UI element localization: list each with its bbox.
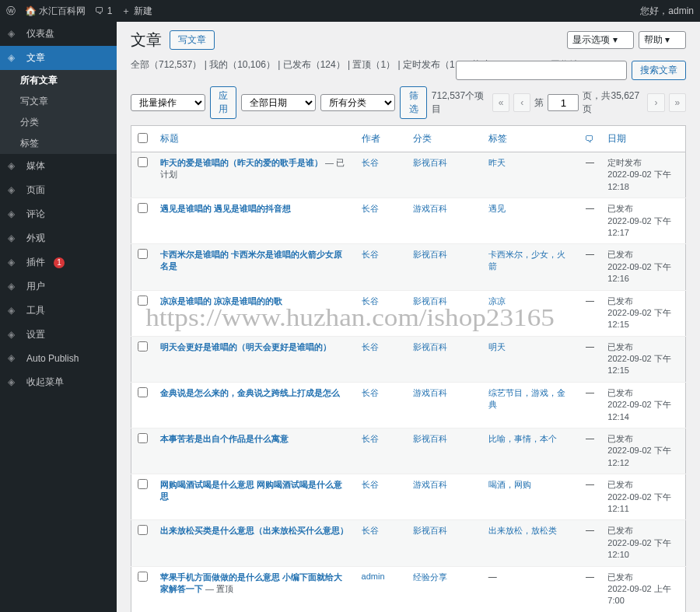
comments-link[interactable]: 🗨 1 (95, 5, 112, 16)
tag-link[interactable]: 比喻，事情，本个 (488, 434, 557, 443)
menu-pages[interactable]: ◈页面 (0, 178, 117, 202)
category-link[interactable]: 影视百科 (413, 296, 447, 306)
col-title[interactable]: 标题 (154, 126, 355, 152)
tag-link[interactable]: 喝酒，网购 (488, 480, 531, 489)
row-checkbox[interactable] (138, 387, 148, 397)
menu-autopublish[interactable]: ◈Auto Publish (0, 347, 117, 370)
tag-link[interactable]: 卡西米尔，少女，火箭 (488, 250, 565, 271)
col-comments[interactable]: 🗨 (579, 126, 602, 152)
menu-users[interactable]: ◈用户 (0, 275, 117, 299)
menu-dashboard[interactable]: ◈仪表盘 (0, 22, 117, 46)
menu-collapse[interactable]: ◈收起菜单 (0, 370, 117, 394)
last-page[interactable]: » (669, 93, 686, 112)
row-checkbox[interactable] (138, 157, 148, 167)
row-checkbox[interactable] (138, 479, 148, 489)
category-filter[interactable]: 所有分类 (320, 94, 395, 111)
post-title-link[interactable]: 明天会更好是谁唱的（明天会更好是谁唱的） (160, 342, 331, 351)
col-tags[interactable]: 标签 (482, 126, 579, 152)
filter-button[interactable]: 筛选 (400, 86, 426, 119)
select-all[interactable] (138, 133, 148, 143)
author-link[interactable]: 长谷 (362, 158, 379, 167)
row-checkbox[interactable] (138, 433, 148, 443)
search-input[interactable] (456, 61, 627, 80)
author-link[interactable]: 长谷 (362, 296, 379, 306)
category-link[interactable]: 影视百科 (413, 342, 447, 351)
tag-link[interactable]: 昨天 (488, 158, 506, 167)
menu-tools[interactable]: ◈工具 (0, 299, 117, 323)
row-checkbox[interactable] (138, 203, 148, 213)
author-link[interactable]: 长谷 (362, 480, 379, 489)
post-title-link[interactable]: 凉凉是谁唱的 凉凉是谁唱的的歌 (160, 296, 282, 306)
post-title-link[interactable]: 昨天的爱是谁唱的（昨天的爱的歌手是谁） (160, 158, 323, 167)
menu-comments[interactable]: ◈评论 (0, 202, 117, 226)
apply-button[interactable]: 应用 (210, 86, 236, 119)
table-row: 苹果手机方面做做的是什么意思 小编下面就给大家解答一下 — 置顶admin经验分… (131, 566, 686, 612)
post-title-link[interactable]: 苹果手机方面做做的是什么意思 小编下面就给大家解答一下 (160, 572, 342, 593)
category-link[interactable]: 影视百科 (413, 526, 447, 535)
post-title-link[interactable]: 本事苦若是出自个作品是什么寓意 (160, 434, 289, 443)
wp-logo[interactable]: ⓦ (6, 5, 16, 18)
new-content[interactable]: ＋ 新建 (121, 5, 152, 18)
menu-posts[interactable]: ◈文章 (0, 46, 117, 70)
tag-link[interactable]: 出来放松，放松类 (488, 526, 557, 535)
help-tab[interactable]: 帮助 ▾ (639, 31, 686, 49)
search-button[interactable]: 搜索文章 (632, 61, 686, 80)
category-link[interactable]: 游戏百科 (413, 388, 447, 397)
tag-link[interactable]: 明天 (488, 342, 506, 351)
submenu-item[interactable]: 分类 (0, 112, 117, 133)
admin-sidebar: ◈仪表盘◈文章所有文章写文章分类标签◈媒体◈页面◈评论◈外观◈插件1◈用户◈工具… (0, 22, 117, 612)
col-author[interactable]: 作者 (355, 126, 407, 152)
date-cell: 已发布2022-09-02 上午7:00 (601, 566, 685, 612)
row-checkbox[interactable] (138, 525, 148, 535)
current-page-input[interactable] (548, 94, 579, 111)
site-link[interactable]: 🏠 水汇百科网 (25, 5, 86, 18)
author-link[interactable]: 长谷 (362, 388, 379, 397)
autopublish-icon: ◈ (8, 352, 20, 365)
category-link[interactable]: 游戏百科 (413, 204, 447, 213)
first-page[interactable]: « (492, 93, 509, 112)
menu-appearance[interactable]: ◈外观 (0, 226, 117, 250)
category-link[interactable]: 游戏百科 (413, 480, 447, 489)
post-title-link[interactable]: 卡西米尔是谁唱的 卡西米尔是谁唱的火箭少女原名是 (160, 250, 342, 271)
menu-settings[interactable]: ◈设置 (0, 323, 117, 347)
row-checkbox[interactable] (138, 572, 148, 582)
post-title-link[interactable]: 出来放松买类是什么意思（出来放松买什么意思） (160, 526, 348, 535)
author-link[interactable]: 长谷 (362, 250, 379, 259)
bulk-action-select[interactable]: 批量操作 (131, 94, 205, 111)
author-link[interactable]: 长谷 (362, 204, 379, 213)
row-checkbox[interactable] (138, 341, 148, 351)
row-checkbox[interactable] (138, 296, 148, 306)
tag-link[interactable]: 凉凉 (488, 296, 506, 306)
prev-page[interactable]: ‹ (513, 93, 530, 112)
menu-media[interactable]: ◈媒体 (0, 154, 117, 178)
tag-link[interactable]: 综艺节目，游戏，金典 (488, 388, 565, 409)
submenu-item[interactable]: 写文章 (0, 91, 117, 112)
col-date[interactable]: 日期 (601, 126, 685, 152)
category-link[interactable]: 经验分享 (413, 572, 447, 582)
row-checkbox[interactable] (138, 249, 148, 259)
author-link[interactable]: 长谷 (362, 526, 379, 535)
category-link[interactable]: 影视百科 (413, 158, 447, 167)
submenu-item[interactable]: 所有文章 (0, 70, 117, 91)
media-icon: ◈ (8, 160, 20, 173)
menu-plugins[interactable]: ◈插件1 (0, 250, 117, 275)
author-link[interactable]: 长谷 (362, 342, 379, 351)
table-row: 网购喝酒试喝是什么意思 网购喝酒试喝是什么意思 长谷游戏百科喝酒，网购—已发布2… (131, 474, 686, 520)
tag-link[interactable]: 遇见 (488, 204, 506, 213)
date-cell: 已发布2022-09-02 下午12:14 (601, 382, 685, 428)
category-link[interactable]: 影视百科 (413, 434, 447, 443)
date-filter[interactable]: 全部日期 (241, 94, 316, 111)
post-title-link[interactable]: 网购喝酒试喝是什么意思 网购喝酒试喝是什么意思 (160, 480, 342, 501)
col-category[interactable]: 分类 (407, 126, 482, 152)
submenu-item[interactable]: 标签 (0, 133, 117, 154)
greeting[interactable]: 您好，admin (640, 5, 694, 18)
next-page[interactable]: › (647, 93, 664, 112)
post-title-link[interactable]: 遇见是谁唱的 遇见是谁唱的抖音想 (160, 204, 291, 213)
author-link[interactable]: 长谷 (362, 434, 379, 443)
post-title-link[interactable]: 金典说是怎么来的，金典说之跨线上打成是怎么 (160, 388, 340, 397)
category-link[interactable]: 影视百科 (413, 250, 447, 259)
posts-icon: ◈ (8, 52, 20, 65)
add-new-button[interactable]: 写文章 (170, 30, 215, 50)
author-link[interactable]: admin (362, 572, 385, 581)
screen-options[interactable]: 显示选项 ▾ (567, 31, 633, 49)
